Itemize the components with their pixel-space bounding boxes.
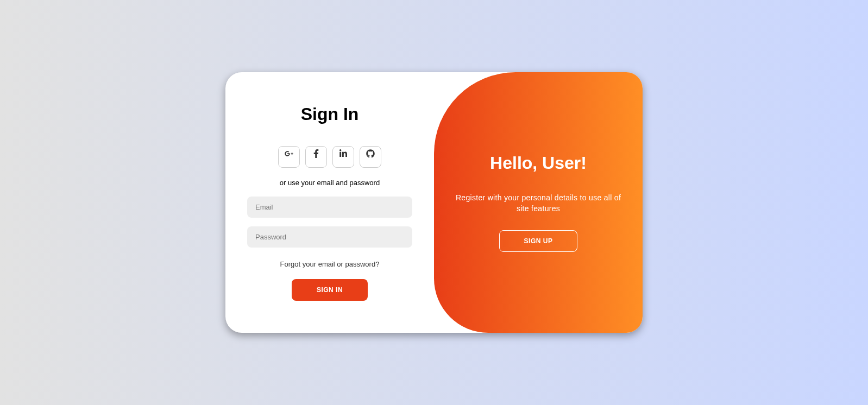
- google-plus-button[interactable]: [278, 146, 300, 168]
- facebook-button[interactable]: [305, 146, 327, 168]
- password-field[interactable]: [247, 226, 412, 248]
- social-icons-row: [278, 146, 381, 168]
- github-button[interactable]: [360, 146, 381, 168]
- signin-button[interactable]: Sign In: [292, 279, 368, 301]
- facebook-icon: [312, 149, 320, 160]
- signin-form: Sign In or use: [225, 72, 434, 333]
- social-alt-text: or use your email and password: [280, 179, 380, 187]
- toggle-title: Hello, User!: [490, 153, 587, 173]
- email-field[interactable]: [247, 197, 412, 218]
- auth-container: Sign In or use: [225, 72, 643, 333]
- signin-title: Sign In: [301, 104, 359, 124]
- linkedin-button[interactable]: [332, 146, 354, 168]
- signup-button[interactable]: Sign Up: [499, 230, 578, 252]
- forgot-link[interactable]: Forgot your email or password?: [280, 260, 380, 268]
- toggle-panel: Hello, User! Register with your personal…: [434, 72, 643, 333]
- linkedin-icon: [339, 149, 348, 160]
- toggle-content: Hello, User! Register with your personal…: [434, 72, 643, 333]
- toggle-description: Register with your personal details to u…: [450, 192, 626, 214]
- github-icon: [366, 149, 375, 160]
- google-plus-icon: [285, 149, 293, 160]
